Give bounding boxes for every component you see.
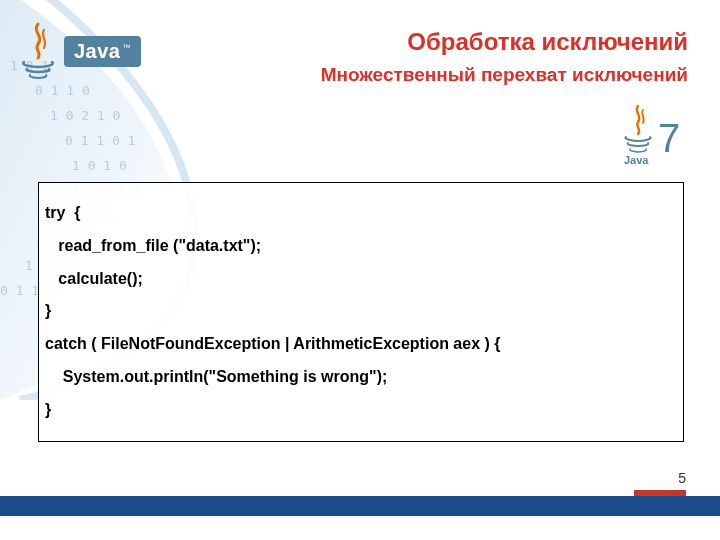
svg-text:0 1 1 0: 0 1 1 0 <box>35 83 90 98</box>
code-line-5: catch ( FileNotFoundException | Arithmet… <box>45 335 501 352</box>
svg-text:1 0 2 1 0: 1 0 2 1 0 <box>50 108 120 123</box>
svg-text:0 1 1: 0 1 1 <box>0 283 39 298</box>
svg-text:Java: Java <box>624 154 649 166</box>
code-line-3: calculate(); <box>45 270 143 287</box>
code-line-4: } <box>45 302 51 319</box>
code-line-1: try { <box>45 204 81 221</box>
footer-bar <box>0 496 720 516</box>
heading-area: Обработка исключений Множественный перех… <box>321 26 688 88</box>
java-steam-icon <box>18 22 58 80</box>
svg-text:1 0 1 0: 1 0 1 0 <box>72 158 127 173</box>
code-line-7: } <box>45 401 51 418</box>
trademark-symbol: ™ <box>123 43 132 52</box>
java-wordmark: Java™ <box>64 36 141 67</box>
page-subtitle: Множественный перехват исключений <box>321 62 688 88</box>
java-logo: Java™ <box>18 22 141 80</box>
java-version-number: 7 <box>658 116 680 160</box>
page-title: Обработка исключений <box>321 26 688 58</box>
code-line-2: read_from_file ("data.txt"); <box>45 237 261 254</box>
code-line-6: System.out.println("Something is wrong")… <box>45 368 387 385</box>
wordmark-text: Java <box>74 40 121 62</box>
java7-badge: Java 7 <box>620 104 688 170</box>
svg-text:0 1 1 0 1: 0 1 1 0 1 <box>65 133 135 148</box>
code-example-box: try { read_from_file ("data.txt"); calcu… <box>38 182 684 442</box>
page-number: 5 <box>678 470 686 486</box>
